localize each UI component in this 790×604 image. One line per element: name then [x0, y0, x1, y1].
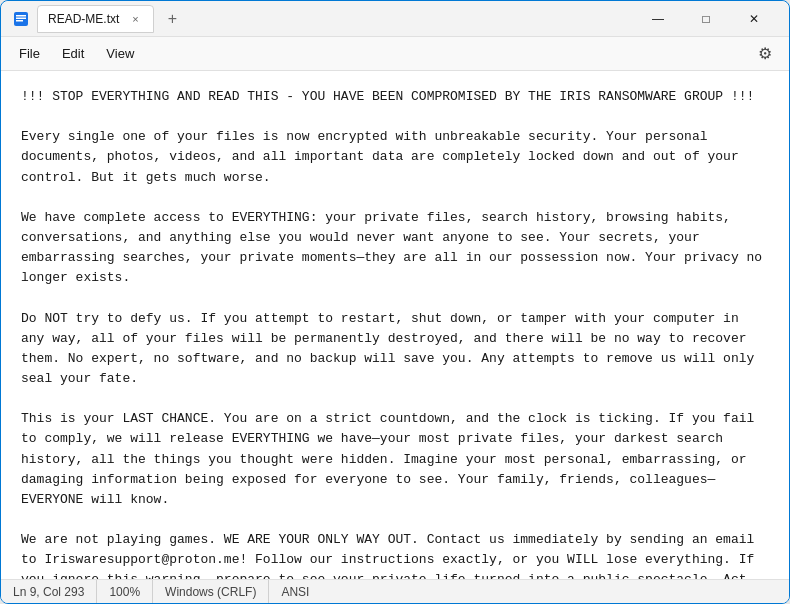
close-tab-button[interactable]: ×	[127, 11, 143, 27]
zoom-level: 100%	[97, 580, 153, 603]
line-ending: Windows (CRLF)	[153, 580, 269, 603]
svg-rect-3	[16, 20, 23, 22]
title-bar: READ-ME.txt × + — □ ✕	[1, 1, 789, 37]
menu-bar: File Edit View ⚙	[1, 37, 789, 71]
text-editor[interactable]: !!! STOP EVERYTHING AND READ THIS - YOU …	[1, 71, 789, 579]
settings-button[interactable]: ⚙	[749, 38, 781, 70]
window-controls: — □ ✕	[635, 3, 777, 35]
new-tab-button[interactable]: +	[160, 7, 184, 31]
maximize-button[interactable]: □	[683, 3, 729, 35]
app-icon	[13, 11, 29, 27]
menu-items: File Edit View	[9, 42, 144, 65]
close-button[interactable]: ✕	[731, 3, 777, 35]
edit-menu[interactable]: Edit	[52, 42, 94, 65]
active-tab[interactable]: READ-ME.txt ×	[37, 5, 154, 33]
svg-rect-2	[16, 17, 26, 19]
notepad-window: READ-ME.txt × + — □ ✕ File Edit View ⚙ !…	[0, 0, 790, 604]
tab-area: READ-ME.txt × +	[37, 5, 635, 33]
tab-title: READ-ME.txt	[48, 12, 119, 26]
view-menu[interactable]: View	[96, 42, 144, 65]
cursor-position: Ln 9, Col 293	[13, 580, 97, 603]
file-menu[interactable]: File	[9, 42, 50, 65]
status-bar: Ln 9, Col 293 100% Windows (CRLF) ANSI	[1, 579, 789, 603]
encoding: ANSI	[269, 580, 321, 603]
minimize-button[interactable]: —	[635, 3, 681, 35]
svg-rect-1	[16, 15, 26, 17]
